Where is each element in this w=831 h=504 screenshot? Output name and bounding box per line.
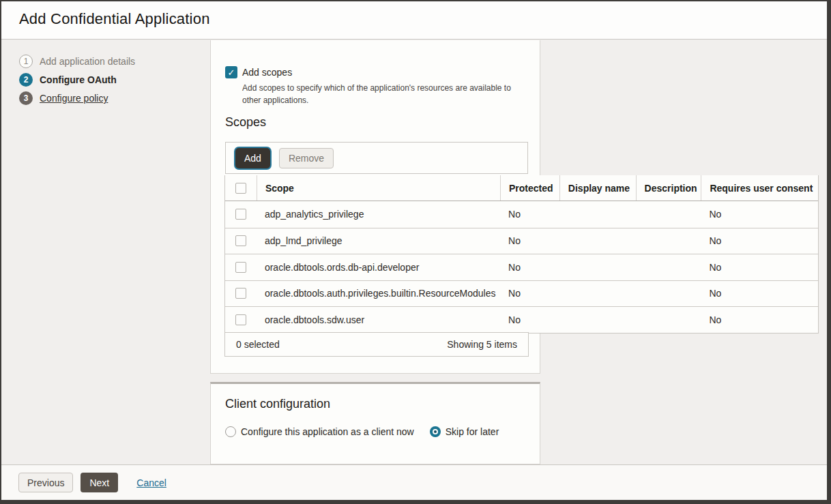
cell-requires-user-consent: No [701, 254, 818, 280]
remove-scope-button[interactable]: Remove [279, 148, 334, 168]
row-checkbox-cell [225, 254, 257, 280]
cell-description [636, 254, 701, 280]
cell-description [636, 228, 701, 254]
showing-items-count: Showing 5 items [447, 339, 517, 350]
cell-scope: oracle.dbtools.auth.privileges.builtin.R… [257, 281, 500, 307]
cell-display-name [559, 201, 636, 228]
column-header-protected: Protected [500, 175, 559, 201]
column-header-requires-user-consent: Requires user consent [701, 175, 818, 201]
table-row[interactable]: adp_lmd_privilege No No [225, 228, 818, 254]
cell-scope: adp_analytics_privilege [257, 201, 500, 228]
radio-selected-icon [433, 429, 438, 434]
step-item-configure-policy[interactable]: 3 Configure policy [19, 91, 135, 105]
table-row[interactable]: oracle.dbtools.ords.db-api.developer No … [225, 254, 818, 280]
step-label: Add application details [40, 56, 135, 67]
cell-protected: No [500, 254, 559, 280]
add-scope-button[interactable]: Add [235, 148, 270, 168]
table-row[interactable]: adp_analytics_privilege No No [225, 201, 818, 228]
cell-scope: oracle.dbtools.sdw.user [257, 307, 500, 333]
cell-description [636, 307, 701, 333]
cell-protected: No [500, 281, 559, 307]
cell-scope: adp_lmd_privilege [257, 228, 500, 254]
row-checkbox[interactable] [235, 235, 246, 246]
title-bar: Add Confidential Application [1, 1, 827, 40]
step-number-badge: 3 [19, 91, 33, 105]
row-checkbox-cell [225, 228, 257, 254]
page-title: Add Confidential Application [19, 10, 210, 28]
header-checkbox-cell [225, 175, 257, 201]
row-checkbox-cell [225, 307, 257, 333]
add-scopes-checkbox[interactable]: ✓ [225, 66, 237, 78]
client-configuration-heading: Client configuration [225, 397, 330, 411]
client-configuration-options: Configure this application as a client n… [225, 426, 499, 437]
cell-scope: oracle.dbtools.ords.db-api.developer [257, 254, 500, 280]
table-row[interactable]: oracle.dbtools.auth.privileges.builtin.R… [225, 280, 818, 307]
row-checkbox-cell [225, 201, 257, 228]
skip-for-later-radio[interactable] [430, 426, 441, 437]
table-status-bar: 0 selected Showing 5 items [224, 332, 529, 357]
step-number-badge: 2 [19, 73, 33, 87]
scopes-heading: Scopes [225, 115, 266, 130]
checkmark-icon: ✓ [228, 68, 235, 78]
cell-requires-user-consent: No [701, 281, 818, 307]
wizard-footer: Previous Next Cancel [1, 464, 827, 500]
cell-requires-user-consent: No [701, 201, 818, 228]
row-checkbox[interactable] [235, 288, 246, 299]
cell-requires-user-consent: No [701, 307, 818, 333]
row-checkbox[interactable] [235, 209, 246, 220]
column-header-scope: Scope [257, 175, 500, 201]
column-header-description: Description [636, 175, 701, 201]
radio-dot [434, 430, 437, 433]
step-label: Configure OAuth [40, 74, 117, 85]
cell-display-name [559, 228, 636, 254]
column-header-display-name: Display name [559, 175, 636, 201]
cell-requires-user-consent: No [701, 228, 818, 254]
cancel-link[interactable]: Cancel [136, 477, 166, 488]
table-header-row: Scope Protected Display name Description… [225, 175, 818, 201]
wizard-step-train: 1 Add application details 2 Configure OA… [19, 55, 135, 110]
scopes-toolbar: Add Remove [225, 142, 528, 174]
row-checkbox[interactable] [235, 262, 246, 273]
cell-description [636, 201, 701, 228]
step-item-configure-oauth: 2 Configure OAuth [19, 73, 135, 87]
row-checkbox[interactable] [235, 314, 246, 325]
table-row[interactable]: oracle.dbtools.sdw.user No No [225, 306, 818, 333]
previous-button[interactable]: Previous [18, 473, 73, 492]
configure-client-now-radio[interactable] [225, 426, 236, 437]
cell-display-name [559, 307, 636, 333]
select-all-checkbox[interactable] [235, 183, 246, 194]
configure-client-now-label[interactable]: Configure this application as a client n… [241, 426, 414, 437]
selected-count: 0 selected [236, 339, 280, 350]
scopes-table: Scope Protected Display name Description… [224, 175, 819, 333]
client-configuration-panel: Client configuration Configure this appl… [210, 382, 540, 464]
step-link-label[interactable]: Configure policy [40, 93, 108, 104]
cell-display-name [559, 281, 636, 307]
add-confidential-application-dialog: Add Confidential Application 1 Add appli… [0, 0, 831, 504]
step-item-add-application-details[interactable]: 1 Add application details [19, 55, 135, 68]
add-scopes-description: Add scopes to specify which of the appli… [242, 82, 518, 106]
cell-protected: No [500, 201, 559, 228]
step-number-badge: 1 [19, 55, 33, 68]
add-scopes-label: Add scopes [242, 67, 292, 78]
skip-for-later-label[interactable]: Skip for later [446, 426, 499, 437]
cell-description [636, 281, 701, 307]
row-checkbox-cell [225, 281, 257, 307]
cell-protected: No [500, 228, 559, 254]
cell-protected: No [500, 307, 559, 333]
next-button[interactable]: Next [81, 473, 118, 492]
cell-display-name [559, 254, 636, 280]
